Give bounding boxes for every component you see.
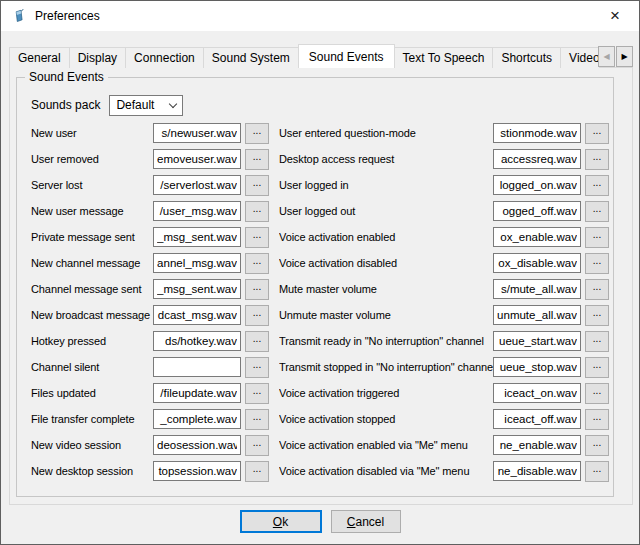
sound-event-label: File transfer complete bbox=[31, 413, 153, 425]
sound-event-label: User logged out bbox=[279, 205, 493, 217]
sound-event-label: New desktop session bbox=[31, 465, 153, 477]
sound-file-input[interactable] bbox=[493, 435, 581, 455]
tab-display[interactable]: Display bbox=[69, 47, 126, 68]
browse-button[interactable]: ... bbox=[585, 383, 609, 404]
tab-general[interactable]: General bbox=[9, 47, 70, 68]
browse-button[interactable]: ... bbox=[245, 123, 269, 144]
tab-bar: GeneralDisplayConnectionSound SystemSoun… bbox=[9, 43, 633, 68]
sound-event-row: User logged out... bbox=[279, 198, 611, 224]
sound-event-row: New user... bbox=[31, 120, 269, 146]
browse-button[interactable]: ... bbox=[585, 123, 609, 144]
sound-file-input[interactable] bbox=[493, 123, 581, 143]
sound-event-label: New user bbox=[31, 127, 153, 139]
sound-file-input[interactable] bbox=[493, 305, 581, 325]
browse-button[interactable]: ... bbox=[585, 305, 609, 326]
browse-button[interactable]: ... bbox=[585, 227, 609, 248]
ok-button[interactable]: Ok bbox=[240, 510, 322, 533]
browse-button[interactable]: ... bbox=[585, 201, 609, 222]
browse-button[interactable]: ... bbox=[585, 409, 609, 430]
browse-button[interactable]: ... bbox=[245, 227, 269, 248]
sound-file-input[interactable] bbox=[493, 279, 581, 299]
sound-file-input[interactable] bbox=[153, 227, 241, 247]
sound-file-input[interactable] bbox=[153, 461, 241, 481]
sound-file-input[interactable] bbox=[493, 149, 581, 169]
sound-file-input[interactable] bbox=[153, 175, 241, 195]
browse-button[interactable]: ... bbox=[245, 201, 269, 222]
browse-button[interactable]: ... bbox=[585, 461, 609, 482]
sound-event-row: New channel message... bbox=[31, 250, 269, 276]
sound-event-row: Voice activation enabled via "Me" menu..… bbox=[279, 432, 611, 458]
sound-event-row: File transfer complete... bbox=[31, 406, 269, 432]
tab-shortcuts[interactable]: Shortcuts bbox=[492, 47, 561, 68]
sounds-pack-select[interactable]: Default bbox=[109, 95, 183, 116]
browse-button[interactable]: ... bbox=[245, 175, 269, 196]
sound-event-row: Voice activation disabled via "Me" menu.… bbox=[279, 458, 611, 484]
tab-sound-system[interactable]: Sound System bbox=[203, 47, 299, 68]
sound-event-row: Server lost... bbox=[31, 172, 269, 198]
sound-file-input[interactable] bbox=[493, 357, 581, 377]
sound-file-input[interactable] bbox=[153, 357, 241, 377]
sound-file-input[interactable] bbox=[493, 253, 581, 273]
browse-button[interactable]: ... bbox=[245, 305, 269, 326]
browse-button[interactable]: ... bbox=[245, 253, 269, 274]
sound-event-label: Files updated bbox=[31, 387, 153, 399]
browse-button[interactable]: ... bbox=[245, 435, 269, 456]
sound-file-input[interactable] bbox=[493, 227, 581, 247]
tab-connection[interactable]: Connection bbox=[125, 47, 204, 68]
browse-button[interactable]: ... bbox=[585, 149, 609, 170]
browse-button[interactable]: ... bbox=[585, 279, 609, 300]
browse-button[interactable]: ... bbox=[245, 461, 269, 482]
sound-file-input[interactable] bbox=[493, 175, 581, 195]
tab-text-to-speech[interactable]: Text To Speech bbox=[394, 47, 494, 68]
tab-video[interactable]: Video bbox=[560, 47, 599, 68]
sound-file-input[interactable] bbox=[493, 409, 581, 429]
sound-file-input[interactable] bbox=[153, 123, 241, 143]
sound-file-input[interactable] bbox=[493, 461, 581, 481]
sound-event-row: Unmute master volume... bbox=[279, 302, 611, 328]
cancel-button[interactable]: Cancel bbox=[331, 510, 401, 533]
browse-button[interactable]: ... bbox=[585, 175, 609, 196]
chevron-down-icon bbox=[169, 99, 177, 107]
sound-file-input[interactable] bbox=[153, 149, 241, 169]
window-title: Preferences bbox=[35, 9, 100, 23]
sound-event-label: New channel message bbox=[31, 257, 153, 269]
sound-file-input[interactable] bbox=[153, 435, 241, 455]
sound-file-input[interactable] bbox=[493, 383, 581, 403]
sound-file-input[interactable] bbox=[153, 305, 241, 325]
sound-event-row: User removed... bbox=[31, 146, 269, 172]
sound-event-row: Voice activation enabled... bbox=[279, 224, 611, 250]
sound-event-label: Channel message sent bbox=[31, 283, 153, 295]
sound-file-input[interactable] bbox=[153, 253, 241, 273]
sound-event-row: Private message sent... bbox=[31, 224, 269, 250]
sound-event-label: User removed bbox=[31, 153, 153, 165]
browse-button[interactable]: ... bbox=[245, 331, 269, 352]
browse-button[interactable]: ... bbox=[585, 357, 609, 378]
browse-button[interactable]: ... bbox=[245, 149, 269, 170]
browse-button[interactable]: ... bbox=[585, 253, 609, 274]
sound-file-input[interactable] bbox=[153, 331, 241, 351]
sound-event-row: Channel message sent... bbox=[31, 276, 269, 302]
app-icon bbox=[11, 8, 27, 24]
sound-file-input[interactable] bbox=[153, 409, 241, 429]
sound-file-input[interactable] bbox=[493, 201, 581, 221]
sound-event-row: User logged in... bbox=[279, 172, 611, 198]
sound-event-row: New user message... bbox=[31, 198, 269, 224]
browse-button[interactable]: ... bbox=[245, 383, 269, 404]
tab-scroll-right-icon[interactable]: ▶ bbox=[616, 46, 633, 67]
sound-file-input[interactable] bbox=[153, 201, 241, 221]
sound-event-label: Transmit ready in "No interruption" chan… bbox=[279, 335, 493, 347]
sound-event-row: New video session... bbox=[31, 432, 269, 458]
sound-event-label: Channel silent bbox=[31, 361, 153, 373]
browse-button[interactable]: ... bbox=[585, 435, 609, 456]
browse-button[interactable]: ... bbox=[585, 331, 609, 352]
sound-file-input[interactable] bbox=[153, 383, 241, 403]
tab-sound-events[interactable]: Sound Events bbox=[298, 44, 395, 68]
browse-button[interactable]: ... bbox=[245, 357, 269, 378]
sound-event-row: Voice activation stopped... bbox=[279, 406, 611, 432]
browse-button[interactable]: ... bbox=[245, 279, 269, 300]
close-icon[interactable]: × bbox=[599, 1, 631, 31]
sound-file-input[interactable] bbox=[493, 331, 581, 351]
sound-event-label: Hotkey pressed bbox=[31, 335, 153, 347]
sound-file-input[interactable] bbox=[153, 279, 241, 299]
browse-button[interactable]: ... bbox=[245, 409, 269, 430]
